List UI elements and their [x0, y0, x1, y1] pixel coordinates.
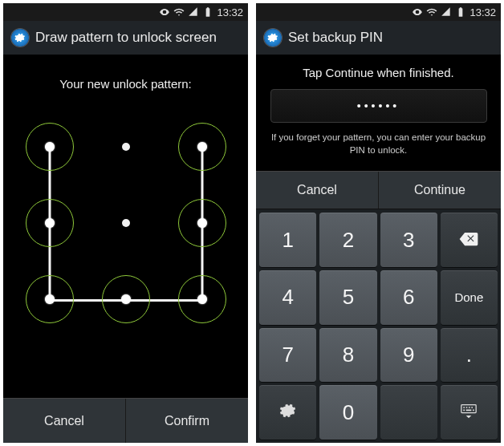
eye-icon: [412, 6, 423, 18]
key-hide-keyboard[interactable]: [441, 385, 498, 440]
signal-icon: [188, 6, 199, 18]
phone-pattern-screen: 13:32 Draw pattern to unlock screen Your…: [3, 3, 248, 443]
status-bar: 13:32: [256, 3, 501, 21]
key-0[interactable]: 0: [319, 385, 376, 440]
key-dot[interactable]: .: [441, 328, 498, 383]
pattern-dot[interactable]: [121, 294, 131, 304]
continue-button[interactable]: Continue: [379, 172, 501, 209]
key-4[interactable]: 4: [259, 270, 316, 325]
title-bar: Draw pattern to unlock screen: [3, 21, 248, 55]
signal-icon: [441, 6, 452, 18]
status-bar: 13:32: [3, 3, 248, 21]
pattern-dot[interactable]: [45, 294, 55, 304]
backspace-icon: [458, 228, 479, 253]
key-backspace[interactable]: [441, 213, 498, 267]
key-6[interactable]: 6: [380, 270, 437, 325]
cancel-button[interactable]: Cancel: [256, 172, 379, 209]
gear-icon: [279, 400, 297, 425]
pattern-grid[interactable]: [26, 123, 226, 323]
eye-icon: [159, 6, 170, 18]
title-text: Set backup PIN: [288, 30, 383, 46]
numeric-keypad: 1 2 3 4 5 6 Done 7 8 9 . 0: [256, 209, 501, 443]
confirm-button[interactable]: Confirm: [126, 399, 248, 443]
phone-pin-screen: 13:32 Set backup PIN Tap Continue when f…: [256, 3, 501, 443]
pattern-dot[interactable]: [197, 294, 207, 304]
settings-gear-icon: [264, 29, 282, 47]
cancel-button[interactable]: Cancel: [3, 399, 126, 443]
pattern-dot[interactable]: [122, 219, 130, 227]
pattern-prompt: Your new unlock pattern:: [59, 77, 192, 91]
pin-note: If you forget your pattern, you can ente…: [267, 131, 490, 156]
key-7[interactable]: 7: [259, 328, 316, 383]
pin-prompt: Tap Continue when finished.: [303, 66, 453, 79]
pin-input[interactable]: ••••••: [270, 89, 487, 123]
key-9[interactable]: 9: [380, 328, 437, 383]
hide-keyboard-icon: [458, 400, 479, 425]
pattern-dot[interactable]: [197, 218, 207, 228]
key-settings[interactable]: [259, 385, 316, 440]
key-5[interactable]: 5: [319, 270, 376, 325]
key-3[interactable]: 3: [380, 213, 437, 267]
title-text: Draw pattern to unlock screen: [35, 30, 217, 46]
pattern-dot[interactable]: [45, 218, 55, 228]
key-8[interactable]: 8: [319, 328, 376, 383]
pattern-dot[interactable]: [122, 143, 130, 151]
title-bar: Set backup PIN: [256, 21, 501, 55]
key-spacer-a[interactable]: [380, 385, 437, 440]
settings-gear-icon: [11, 29, 29, 47]
svg-rect-0: [461, 404, 476, 412]
battery-icon: [202, 6, 213, 18]
wifi-icon: [426, 6, 437, 18]
wifi-icon: [173, 6, 185, 18]
clock-text: 13:32: [469, 6, 496, 18]
key-1[interactable]: 1: [259, 213, 316, 267]
pattern-dot[interactable]: [197, 142, 207, 152]
key-2[interactable]: 2: [319, 213, 376, 267]
battery-icon: [455, 6, 466, 18]
key-done[interactable]: Done: [441, 270, 498, 325]
pattern-dot[interactable]: [45, 142, 55, 152]
clock-text: 13:32: [217, 6, 243, 18]
